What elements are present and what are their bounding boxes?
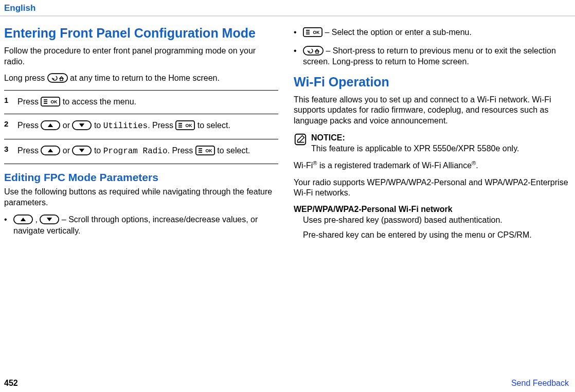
heading-wifi-operation: Wi-Fi Operation xyxy=(294,75,571,90)
down-key-icon xyxy=(72,120,92,130)
text: to select. xyxy=(217,146,250,155)
def-title-personal: WEP/WPA/WPA2-Personal Wi-Fi network xyxy=(294,205,571,214)
notice-body: NOTICE: This feature is applicable to XP… xyxy=(311,133,519,154)
step-body: Press or to Utilities. Press to select. xyxy=(17,119,230,132)
button-bullets-left: • , – Scroll through options, increase/d… xyxy=(4,214,278,236)
text: – Short-press to return to previous menu… xyxy=(303,46,556,66)
supports-note: Your radio supports WEP/WPA/WPA2-Persona… xyxy=(294,177,571,199)
heading-entering-fpc: Entering Front Panel Configuration Mode xyxy=(4,26,278,41)
bullet-dot: • xyxy=(294,27,303,38)
longpress-note: Long press at any time to return to the … xyxy=(4,73,278,84)
bullet-dot: • xyxy=(4,214,13,236)
text: or xyxy=(63,121,73,130)
bullet-back: • – Short-press to return to previous me… xyxy=(294,45,571,67)
trademark-note: Wi-Fi® is a registered trademark of Wi-F… xyxy=(294,159,571,171)
step-1: 1 Press to access the menu. xyxy=(4,90,278,114)
text: Press xyxy=(17,121,41,130)
back-home-key-icon xyxy=(303,46,324,56)
bullet-body: – Select the option or enter a sub-menu. xyxy=(303,27,472,38)
def-body-2: Pre-shared key can be entered by using t… xyxy=(303,230,571,241)
text: Press xyxy=(17,97,41,106)
text: Press xyxy=(17,146,41,155)
bullet-scroll: • , – Scroll through options, increase/d… xyxy=(4,214,278,236)
step-number: 1 xyxy=(4,96,17,108)
page: English Entering Front Panel Configurati… xyxy=(0,0,575,392)
notice-icon xyxy=(294,133,311,154)
up-key-icon xyxy=(41,146,60,155)
page-number: 452 xyxy=(4,379,18,388)
notice-text: This feature is applicable to XPR 5550e/… xyxy=(311,144,519,154)
text: to xyxy=(94,146,103,155)
bullet-body: , – Scroll through options, increase/dec… xyxy=(13,214,278,236)
bullet-select: • – Select the option or enter a sub-men… xyxy=(294,27,571,38)
language-label: English xyxy=(4,3,35,13)
left-column: Entering Front Panel Configuration Mode … xyxy=(4,16,288,245)
text: . Press xyxy=(148,121,175,130)
bullet-body: – Short-press to return to previous menu… xyxy=(303,45,571,67)
up-key-icon xyxy=(13,215,33,224)
send-feedback-link[interactable]: Send Feedback xyxy=(511,379,569,388)
def-body-1: Uses pre-shared key (password) based aut… xyxy=(303,215,571,226)
text: to xyxy=(94,121,103,130)
button-bullets-right: • – Select the option or enter a sub-men… xyxy=(294,27,571,67)
up-key-icon xyxy=(41,120,60,130)
text: – Select the option or enter a sub-menu. xyxy=(325,28,472,37)
text: at any time to return to the Home screen… xyxy=(70,74,220,82)
back-home-key-icon xyxy=(47,73,68,83)
down-key-icon xyxy=(72,146,92,155)
notice-icon-svg xyxy=(294,133,307,146)
menu-ok-key-icon xyxy=(175,120,195,130)
step-body: Press to access the menu. xyxy=(17,96,136,108)
step-number: 3 xyxy=(4,145,17,157)
text: to select. xyxy=(197,121,230,130)
page-footer: 452 Send Feedback xyxy=(0,379,575,388)
intro-paragraph: Follow the procedure to enter front pane… xyxy=(4,46,278,67)
text: , xyxy=(35,215,40,224)
menu-ok-key-icon xyxy=(195,146,215,155)
notice-label: NOTICE: xyxy=(311,133,519,144)
menu-target-program-radio: Program Radio xyxy=(103,147,168,156)
text: Long press xyxy=(4,74,47,82)
notice-block: NOTICE: This feature is applicable to XP… xyxy=(294,133,571,154)
right-column: • – Select the option or enter a sub-men… xyxy=(288,16,571,245)
menu-ok-key-icon xyxy=(41,97,60,106)
content-columns: Entering Front Panel Configuration Mode … xyxy=(0,16,575,245)
step-3: 3 Press or to Program Radio. Press to se… xyxy=(4,139,278,164)
text: to access the menu. xyxy=(63,97,136,106)
steps-list: 1 Press to access the menu. 2 Press or xyxy=(4,90,278,164)
menu-ok-key-icon xyxy=(303,27,322,37)
down-key-icon xyxy=(40,215,59,224)
menu-target-utilities: Utilities xyxy=(103,121,148,131)
editing-intro: Use the following buttons as required wh… xyxy=(4,187,278,208)
text: . Press xyxy=(168,146,195,155)
step-number: 2 xyxy=(4,119,17,132)
heading-editing-fpc: Editing FPC Mode Parameters xyxy=(4,171,278,184)
page-header: English xyxy=(0,0,575,16)
bullet-dot: • xyxy=(294,45,303,67)
step-2: 2 Press or to Utilities. Press to select… xyxy=(4,114,278,138)
wifi-intro: This feature allows you to set up and co… xyxy=(294,95,571,127)
text: or xyxy=(63,146,73,155)
step-body: Press or to Program Radio. Press to sele… xyxy=(17,145,250,157)
